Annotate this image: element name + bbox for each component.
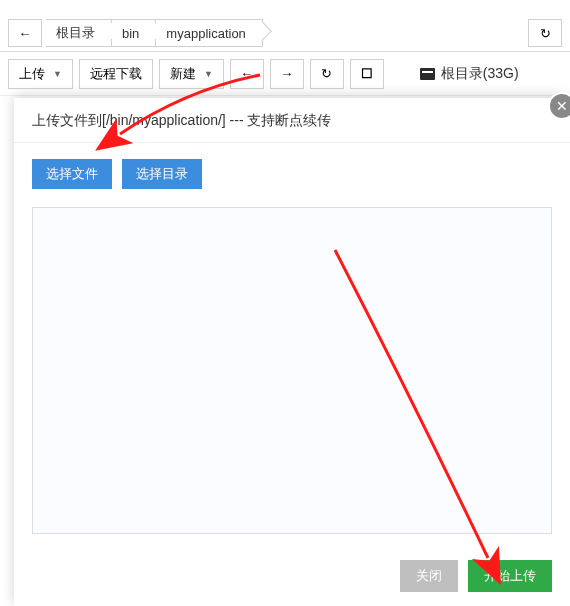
nav-back-button[interactable] <box>230 59 264 89</box>
modal-body: 选择文件 选择目录 <box>14 143 570 550</box>
breadcrumb-item-myapplication[interactable]: myapplication <box>156 19 263 47</box>
refresh-icon <box>540 26 551 41</box>
upload-modal: ✕ 上传文件到[/bin/myapplication/] --- 支持断点续传 … <box>14 98 570 606</box>
choose-buttons-row: 选择文件 选择目录 <box>32 159 552 189</box>
path-refresh-button[interactable] <box>528 19 562 47</box>
breadcrumb-label: 根目录 <box>56 24 95 42</box>
path-back-button[interactable] <box>8 19 42 47</box>
close-icon: ✕ <box>556 98 568 114</box>
upload-button[interactable]: 上传 ▼ <box>8 59 73 89</box>
breadcrumb-bar: 根目录 bin myapplication <box>0 14 570 52</box>
toolbar: 上传 ▼ 远程下载 新建 ▼ 根目录(33G) <box>0 52 570 96</box>
start-upload-button[interactable]: 开始上传 <box>468 560 552 592</box>
remote-download-label: 远程下载 <box>90 65 142 83</box>
caret-down-icon: ▼ <box>204 69 213 79</box>
console-button[interactable] <box>350 59 384 89</box>
console-icon <box>361 66 373 81</box>
breadcrumb-label: bin <box>122 26 139 41</box>
modal-footer: 关闭 开始上传 <box>14 550 570 606</box>
close-button[interactable]: 关闭 <box>400 560 458 592</box>
new-button[interactable]: 新建 ▼ <box>159 59 224 89</box>
disk-label: 根目录(33G) <box>441 65 519 83</box>
disk-info: 根目录(33G) <box>420 65 519 83</box>
breadcrumb-item-bin[interactable]: bin <box>112 19 156 47</box>
arrow-right-icon <box>280 66 293 81</box>
upload-drop-area[interactable] <box>32 207 552 534</box>
toolbar-refresh-button[interactable] <box>310 59 344 89</box>
start-upload-label: 开始上传 <box>484 568 536 583</box>
nav-forward-button[interactable] <box>270 59 304 89</box>
breadcrumb-label: myapplication <box>166 26 246 41</box>
close-label: 关闭 <box>416 568 442 583</box>
new-label: 新建 <box>170 65 196 83</box>
disk-icon <box>420 68 435 80</box>
upload-label: 上传 <box>19 65 45 83</box>
remote-download-button[interactable]: 远程下载 <box>79 59 153 89</box>
choose-dir-button[interactable]: 选择目录 <box>122 159 202 189</box>
refresh-icon <box>321 66 332 81</box>
choose-file-button[interactable]: 选择文件 <box>32 159 112 189</box>
arrow-left-icon <box>18 26 31 41</box>
caret-down-icon: ▼ <box>53 69 62 79</box>
breadcrumb-item-root[interactable]: 根目录 <box>46 19 112 47</box>
modal-close-button[interactable]: ✕ <box>550 94 570 118</box>
choose-file-label: 选择文件 <box>46 165 98 183</box>
choose-dir-label: 选择目录 <box>136 165 188 183</box>
arrow-left-icon <box>240 66 253 81</box>
modal-header: 上传文件到[/bin/myapplication/] --- 支持断点续传 <box>14 98 570 143</box>
modal-title: 上传文件到[/bin/myapplication/] --- 支持断点续传 <box>32 112 332 128</box>
